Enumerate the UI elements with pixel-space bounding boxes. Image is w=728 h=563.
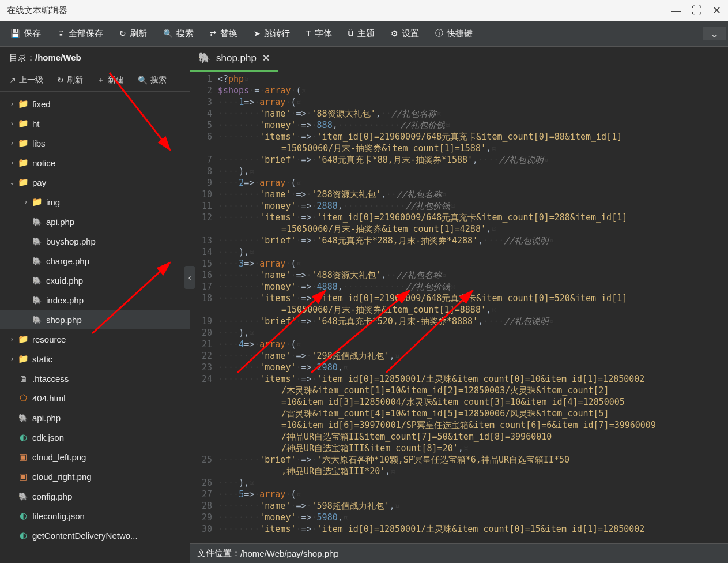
image-icon: ▣ [17,452,29,462]
tree-node-label: cloud_left.png [32,452,86,462]
folder-icon: 📁 [17,177,29,187]
tree-node-resource[interactable]: ›📁resource [0,329,190,349]
search-button[interactable]: 🔍搜索 [155,21,202,46]
new-button[interactable]: ＋新建 [91,73,130,88]
tab-close-icon[interactable]: ✕ [262,52,270,63]
tree-node-charge-php[interactable]: 🐘charge.php [0,251,190,271]
tree-node-cloud-left-png[interactable]: ▣cloud_left.png [0,447,190,467]
php-icon: 🐘 [31,257,43,265]
tab-shop-php[interactable]: 🐘 shop.php ✕ [190,46,278,72]
theme-button[interactable]: Ü主题 [340,21,383,46]
tree-node-api-php[interactable]: 🐘api.php [0,408,190,427]
tree-node-404-html[interactable]: ⬠404.html [0,388,190,408]
tree-node-label: .htaccess [32,374,69,384]
folder-icon: 📁 [17,118,29,129]
tree-node-cxuid-php[interactable]: 🐘cxuid.php [0,271,190,290]
line-gutter: 1234567891011121314151617181920212223242… [190,72,218,543]
sidebar: 目录：/home/Web ↗上一级 ↻刷新 ＋新建 🔍搜索 ›📁fixed›📁h… [0,47,190,563]
save-button[interactable]: 💾保存 [2,21,49,46]
tree-node-shop-php[interactable]: 🐘shop.php [0,310,190,329]
sidebar-refresh-button[interactable]: ↻刷新 [51,73,89,88]
sidebar-search-button[interactable]: 🔍搜索 [132,73,172,88]
shortcut-button[interactable]: ⓘ快捷键 [427,21,481,46]
minimize-icon[interactable]: — [671,5,681,17]
tree-node-label: fileconfig.json [32,511,85,521]
php-icon: 🐘 [17,492,29,501]
folder-icon: 📁 [17,334,29,344]
tree-node-label: pay [32,178,46,187]
refresh-icon: ↻ [57,76,64,85]
font-button[interactable]: T字体 [298,21,340,46]
maximize-icon[interactable]: ⛶ [692,5,702,17]
more-button[interactable]: ⌄ [703,27,726,40]
file-tree[interactable]: ›📁fixed›📁ht›📁libs›📁notice⌄📁pay›📁img🐘api.… [0,92,190,563]
tree-node-getcontentdeliverynetwo---[interactable]: ◐getContentDeliveryNetwo... [0,526,190,545]
tree-node-label: notice [32,158,55,168]
plus-icon: ＋ [97,75,105,85]
close-icon[interactable]: ✕ [712,4,721,17]
titlebar: 在线文本编辑器 — ⛶ ✕ [0,0,728,21]
tree-node-notice[interactable]: ›📁notice [0,153,190,172]
tree-node-cloud-right-png[interactable]: ▣cloud_right.png [0,467,190,486]
json-icon: ◐ [17,530,29,541]
share-icon: ↗ [9,76,16,85]
json-icon: ◐ [17,511,29,521]
search-icon: 🔍 [163,29,173,38]
tree-node-label: config.php [32,491,72,501]
gear-icon: ⚙ [391,29,398,38]
tree-node-label: cxuid.php [46,276,83,286]
settings-button[interactable]: ⚙设置 [383,21,427,46]
tree-node--htaccess[interactable]: 🗎.htaccess [0,369,190,388]
php-icon: 🐘 [31,296,43,305]
php-icon: 🐘 [31,237,43,246]
caret-icon: › [7,100,17,108]
tree-node-config-php[interactable]: 🐘config.php [0,486,190,506]
folder-icon: 📁 [31,197,43,207]
folder-icon: 📁 [17,138,29,148]
tree-node-label: img [46,197,60,207]
tree-node-libs[interactable]: ›📁libs [0,133,190,153]
app-title: 在线文本编辑器 [7,5,67,16]
tree-node-cdk-json[interactable]: ◐cdk.json [0,427,190,447]
save-icon: 💾 [10,29,20,38]
replace-button[interactable]: ⇄替换 [202,21,246,46]
tree-node-index-php[interactable]: 🐘index.php [0,290,190,310]
tree-node-label: charge.php [46,256,89,266]
tree-node-label: static [32,354,52,364]
tab-label: shop.php [216,52,257,64]
search-icon: 🔍 [138,76,148,85]
goto-button[interactable]: ➤跳转行 [246,21,298,46]
code-editor[interactable]: 1234567891011121314151617181920212223242… [190,72,728,543]
tree-node-label: api.php [32,413,61,423]
tree-node-label: ht [32,119,40,129]
main-toolbar: 💾保存 🗎全部保存 ↻刷新 🔍搜索 ⇄替换 ➤跳转行 T字体 Ü主题 ⚙设置 ⓘ… [0,21,728,47]
tree-node-static[interactable]: ›📁static [0,349,190,369]
tree-node-label: buyshop.php [46,237,96,246]
sidebar-collapse-handle[interactable]: ‹ [184,266,195,289]
tree-node-ht[interactable]: ›📁ht [0,114,190,133]
folder-icon: 📁 [17,354,29,364]
html-icon: ⬠ [17,393,29,403]
tree-node-api-php[interactable]: 🐘api.php [0,212,190,231]
tree-node-fileconfig-json[interactable]: ◐fileconfig.json [0,506,190,526]
up-level-button[interactable]: ↗上一级 [3,73,49,88]
refresh-button[interactable]: ↻刷新 [111,21,155,46]
caret-icon: › [7,119,17,127]
tree-node-label: fixed [32,99,51,109]
tree-node-label: resource [32,335,66,344]
tree-node-label: api.php [46,217,74,227]
window-controls: — ⛶ ✕ [671,4,721,17]
tree-node-buyshop-php[interactable]: 🐘buyshop.php [0,231,190,251]
tree-node-img[interactable]: ›📁img [0,192,190,212]
tree-node-fixed[interactable]: ›📁fixed [0,94,190,114]
tree-node-pay[interactable]: ⌄📁pay [0,172,190,192]
theme-icon: Ü [348,29,354,38]
code-content[interactable]: <?php¤$shops·=·array·(¤····1=>·array·(¤·… [218,72,728,543]
replace-icon: ⇄ [210,29,217,38]
json-icon: ◐ [17,432,29,442]
tree-node-label: getContentDeliveryNetwo... [32,531,138,541]
tree-node-label: index.php [46,295,84,305]
sidebar-toolbar: ↗上一级 ↻刷新 ＋新建 🔍搜索 [0,69,190,92]
caret-icon: › [7,139,17,147]
save-all-button[interactable]: 🗎全部保存 [49,21,111,46]
